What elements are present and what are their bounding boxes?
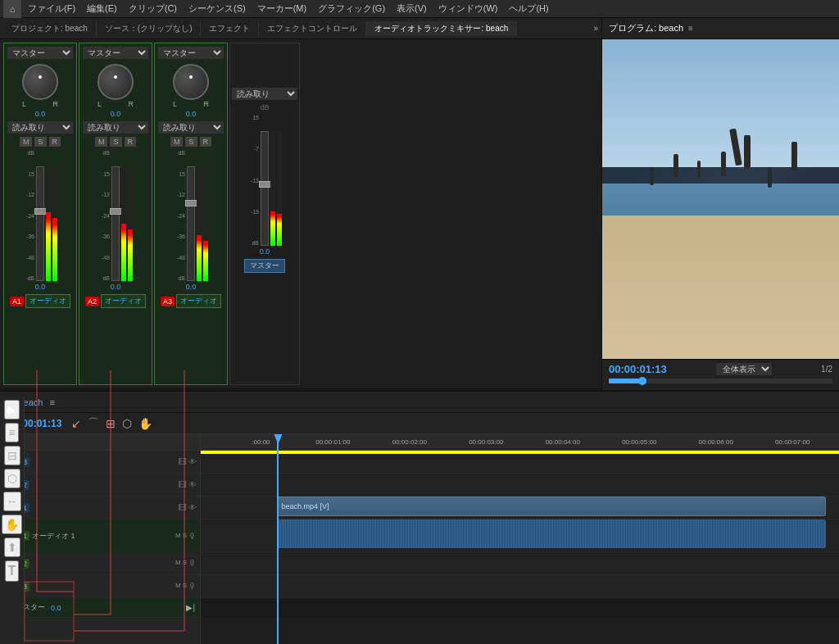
master-channel-name: マスター xyxy=(244,259,285,273)
menu-view[interactable]: 表示(V) xyxy=(397,2,427,15)
fader-master-slider[interactable] xyxy=(261,131,269,246)
channel-a3-label-row: A3 オーディオ xyxy=(161,294,221,308)
vu-a2-r xyxy=(128,166,133,281)
mute-a1-timeline[interactable]: M xyxy=(175,532,181,541)
menu-help[interactable]: ヘルプ(H) xyxy=(509,2,548,15)
channel-a1-select[interactable]: マスター xyxy=(7,47,73,59)
tab-effect-controls[interactable]: エフェクトコントロール xyxy=(259,21,366,36)
fader-a2-value: 0.0 xyxy=(111,283,121,291)
tool-select[interactable]: ↙ xyxy=(70,415,83,432)
read-a1-select[interactable]: 読み取り xyxy=(7,121,73,134)
playhead[interactable] xyxy=(277,434,279,644)
knob-a1-control[interactable] xyxy=(22,64,58,100)
work-area-bar xyxy=(201,451,839,454)
eye-v3[interactable]: 👁 xyxy=(188,457,197,466)
menu-window[interactable]: ウィンドウ(W) xyxy=(438,2,498,15)
mute-a1[interactable]: M xyxy=(20,137,33,147)
knob-a2-r: R xyxy=(129,100,134,108)
rec-a2[interactable]: R xyxy=(125,137,137,147)
fader-a1-slider[interactable] xyxy=(36,166,44,281)
tab-effects[interactable]: エフェクト xyxy=(201,21,259,36)
channel-a2-select[interactable]: マスター xyxy=(83,47,148,59)
fader-a3-slider[interactable] xyxy=(187,166,195,281)
track-label-a1: 🔒 A1 オーディオ 1 M S 🎙 xyxy=(0,519,200,552)
track-icons-v1: 🎞 👁 xyxy=(179,503,197,512)
menu-graphic[interactable]: グラフィック(G) xyxy=(318,2,385,15)
solo-a3-timeline[interactable]: S xyxy=(183,582,187,591)
fader-a3: dB15-12-24-36-48dB xyxy=(174,150,208,281)
tool-resize[interactable]: ↔ xyxy=(3,492,21,511)
channel-a3-name: オーディオ xyxy=(176,294,221,308)
tool-pen[interactable]: ⬡ xyxy=(4,469,20,488)
video-clip-v1[interactable]: beach.mp4 [V] xyxy=(277,497,826,516)
ruler-1: 00:00:01:00 xyxy=(315,438,350,446)
fader-a2-slider[interactable] xyxy=(111,166,120,281)
mute-a2-timeline[interactable]: M xyxy=(175,559,181,568)
fader-a1: dB15-12-24-36-48dB xyxy=(23,150,57,281)
home-icon[interactable]: ⌂ xyxy=(3,0,21,18)
progress-bar[interactable] xyxy=(609,379,832,383)
tool-track-select-2[interactable]: ≡ xyxy=(5,423,18,442)
menu-marker[interactable]: マーカー(M) xyxy=(257,2,307,15)
badge-a1: A1 xyxy=(10,297,24,306)
track-icons-a1: M S 🎙 xyxy=(175,532,197,541)
expand-icon[interactable]: » xyxy=(593,24,598,33)
clip-label-v1: beach.mp4 [V] xyxy=(281,502,329,510)
rec-a1[interactable]: R xyxy=(49,137,61,147)
channel-strip-a3: マスター L R 0.0 読み取り xyxy=(154,43,228,385)
tool-zoom[interactable]: ⬆ xyxy=(4,537,20,557)
read-a3-select[interactable]: 読み取り xyxy=(158,121,224,134)
tool-razor[interactable]: ⬡ xyxy=(120,415,134,432)
tab-source[interactable]: ソース：(クリップなし) xyxy=(97,21,202,36)
ruler-3: 00:00:03:00 xyxy=(469,438,503,446)
program-menu-icon[interactable]: ≡ xyxy=(688,24,693,33)
menu-clip[interactable]: クリップ(C) xyxy=(129,2,177,15)
solo-a1[interactable]: S xyxy=(34,137,46,147)
video-frame xyxy=(602,39,839,359)
menu-edit[interactable]: 編集(E) xyxy=(87,2,117,15)
fader-master: 15-7-13-19dB xyxy=(247,115,282,246)
knob-a2-control[interactable] xyxy=(98,64,134,100)
rec-a3[interactable]: R xyxy=(200,137,212,147)
tool-selection[interactable]: ▶ xyxy=(4,400,20,420)
tool-ripple[interactable]: ⊞ xyxy=(104,415,117,432)
channel-a1-label-row: A1 オーディオ xyxy=(10,294,70,308)
eye-v1[interactable]: 👁 xyxy=(188,503,197,512)
read-master-select[interactable]: 読み取り xyxy=(232,88,297,100)
mute-a2[interactable]: M xyxy=(95,137,108,147)
knob-a3-control[interactable] xyxy=(173,64,209,100)
db-labels-a3: dB15-12-24-36-48dB xyxy=(174,150,185,281)
film-v2: 🎞 xyxy=(179,480,187,489)
track-icons-v2: 🎞 👁 xyxy=(179,480,197,489)
tool-track-select[interactable]: ⌒ xyxy=(86,415,101,433)
db-labels-a2: dB15-12-24-36-48dB xyxy=(98,150,110,281)
read-a2-select[interactable]: 読み取り xyxy=(83,121,148,134)
view-mode-select[interactable]: 全体表示 xyxy=(716,363,772,375)
tab-audio-mixer[interactable]: オーディオトラックミキサー: beach xyxy=(366,21,517,36)
solo-a1-timeline[interactable]: S xyxy=(183,532,187,541)
solo-a3[interactable]: S xyxy=(185,137,197,147)
vu-a1 xyxy=(46,166,51,281)
solo-a2-timeline[interactable]: S xyxy=(183,559,187,568)
menu-file[interactable]: ファイル(F) xyxy=(28,2,75,15)
master-to-end[interactable]: ▶| xyxy=(184,601,197,614)
eye-v2[interactable]: 👁 xyxy=(188,480,197,489)
timeline-menu-icon[interactable]: ≡ xyxy=(49,397,54,407)
mute-a3-timeline[interactable]: M xyxy=(175,582,181,591)
channel-a1-name: オーディオ xyxy=(25,294,70,308)
vu-master-r xyxy=(277,131,282,246)
channel-strip-a2: マスター L R 0.0 読み取り xyxy=(79,43,152,385)
track-content-a1 xyxy=(201,519,839,552)
tool-hand-2[interactable]: ✋ xyxy=(2,515,22,534)
film-v1: 🎞 xyxy=(179,503,187,512)
tool-hand[interactable]: ✋ xyxy=(137,415,154,432)
menu-sequence[interactable]: シーケンス(S) xyxy=(188,2,246,15)
tool-text[interactable]: T xyxy=(5,560,20,582)
tab-project[interactable]: プロジェクト: beach xyxy=(3,21,97,36)
tool-ripple-edit[interactable]: ⊟ xyxy=(4,446,20,465)
channel-a3-select[interactable]: マスター xyxy=(158,47,224,59)
program-monitor-title: プログラム: beach xyxy=(609,22,683,34)
mute-a3[interactable]: M xyxy=(170,137,184,147)
solo-a2[interactable]: S xyxy=(110,137,121,147)
audio-clip-a1[interactable] xyxy=(277,519,826,548)
